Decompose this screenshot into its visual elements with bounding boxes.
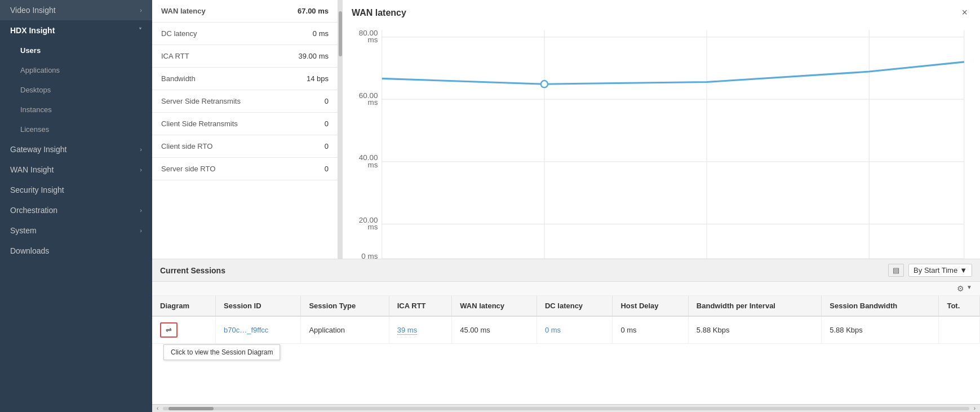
- chevron-right-icon: ›: [140, 166, 142, 173]
- sidebar-item-hdx-insight[interactable]: HDX Insight ˅: [0, 20, 152, 41]
- metrics-row: WAN latency67.00 ms: [152, 0, 338, 23]
- chevron-right-icon: ›: [140, 146, 142, 153]
- chevron-down-icon: ˅: [139, 27, 142, 34]
- dc-latency-cell: 0 ms: [536, 316, 612, 344]
- sidebar-item-users[interactable]: Users: [0, 41, 152, 60]
- total-cell: [939, 316, 980, 344]
- session-diagram-tooltip: Click to view the Session Diagram: [163, 344, 280, 360]
- sidebar-item-label: Orchestration: [10, 206, 57, 215]
- sessions-sub-controls: ⚙ ▼: [152, 282, 980, 296]
- session-diagram-button[interactable]: ⇌: [160, 322, 178, 338]
- chevron-right-icon: ›: [140, 7, 142, 14]
- sidebar-item-gateway-insight[interactable]: Gateway Insight ›: [0, 139, 152, 160]
- metrics-scrollbar[interactable]: [338, 0, 343, 259]
- horizontal-scrollbar[interactable]: ‹ ›: [152, 404, 980, 412]
- sidebar-item-label: Users: [20, 46, 41, 55]
- sessions-column-header[interactable]: Tot.: [939, 296, 980, 316]
- sessions-column-header[interactable]: Session Type: [301, 296, 389, 316]
- wan-latency-chart: 80.00 ms 60.00 ms 40.00 ms 20.00 ms 0 ms: [352, 23, 971, 259]
- sidebar-item-label: Gateway Insight: [10, 145, 66, 154]
- sessions-column-header[interactable]: Session Bandwidth: [822, 296, 939, 316]
- scroll-left-button[interactable]: ‹: [154, 405, 161, 411]
- metrics-table: WAN latency67.00 msDC latency0 msICA RTT…: [152, 0, 338, 180]
- metrics-row: Client Side Retransmits0: [152, 113, 338, 135]
- sidebar-item-wan-insight[interactable]: WAN Insight ›: [0, 160, 152, 180]
- sessions-column-header[interactable]: Bandwidth per Interval: [688, 296, 821, 316]
- session-type-cell: Application: [301, 316, 389, 344]
- ica-rtt-link[interactable]: 39 ms: [397, 326, 417, 335]
- chart-area: 80.00 ms 60.00 ms 40.00 ms 20.00 ms 0 ms: [352, 23, 971, 259]
- sidebar-item-video-insight[interactable]: Video Insight ›: [0, 0, 152, 20]
- svg-text:ms: ms: [367, 98, 378, 107]
- chart-panel: WAN latency × 80.00 ms 60.00 ms 40.00 ms…: [343, 0, 980, 259]
- metrics-row: Server side RTO0: [152, 158, 338, 180]
- sessions-column-header[interactable]: Diagram: [152, 296, 216, 316]
- bottom-area: Current Sessions ▤ By Start Time ▼ ⚙ ▼ D…: [152, 259, 980, 412]
- sidebar-item-instances[interactable]: Instances: [0, 100, 152, 119]
- chevron-right-icon: ›: [140, 227, 142, 234]
- scroll-thumb: [339, 11, 342, 56]
- sessions-table: DiagramSession IDSession TypeICA RTTWAN …: [152, 296, 980, 344]
- sidebar-item-downloads[interactable]: Downloads: [0, 241, 152, 261]
- scroll-handle: [168, 407, 214, 410]
- scroll-track: [163, 407, 969, 410]
- svg-text:ms: ms: [367, 161, 378, 169]
- sessions-table-container[interactable]: DiagramSession IDSession TypeICA RTTWAN …: [152, 296, 980, 404]
- metrics-panel: WAN latency67.00 msDC latency0 msICA RTT…: [152, 0, 338, 259]
- scroll-right-button[interactable]: ›: [972, 405, 978, 411]
- sidebar-item-label: Downloads: [10, 246, 49, 255]
- sidebar-item-label: Security Insight: [10, 185, 64, 194]
- sessions-column-header[interactable]: WAN latency: [452, 296, 537, 316]
- sessions-column-header[interactable]: Host Delay: [613, 296, 688, 316]
- host-delay-cell: 0 ms: [613, 316, 688, 344]
- sidebar-item-security-insight[interactable]: Security Insight: [0, 180, 152, 200]
- sidebar-item-label: Desktops: [20, 86, 51, 94]
- sort-label: By Start Time: [914, 266, 957, 274]
- sessions-column-header[interactable]: ICA RTT: [389, 296, 452, 316]
- metrics-row: DC latency0 ms: [152, 23, 338, 45]
- sessions-column-header[interactable]: Session ID: [216, 296, 301, 316]
- sessions-header: Current Sessions ▤ By Start Time ▼: [152, 259, 980, 282]
- metrics-row: Server Side Retransmits0: [152, 90, 338, 113]
- svg-point-19: [541, 81, 548, 87]
- bandwidth-per-interval-cell: 5.88 Kbps: [688, 316, 821, 344]
- sidebar-item-desktops[interactable]: Desktops: [0, 80, 152, 100]
- grid-view-button[interactable]: ▤: [888, 264, 904, 277]
- chevron-right-icon: ›: [140, 207, 142, 214]
- gear-dropdown-arrow: ▼: [966, 284, 972, 293]
- table-row: ⇌Click to view the Session Diagramb70c…_…: [152, 316, 980, 344]
- chart-title: WAN latency: [352, 8, 406, 18]
- sidebar-item-label: Licenses: [20, 125, 49, 134]
- main-content: WAN latency67.00 msDC latency0 msICA RTT…: [152, 0, 980, 412]
- sidebar-item-label: System: [10, 226, 37, 235]
- top-area: WAN latency67.00 msDC latency0 msICA RTT…: [152, 0, 980, 259]
- svg-text:ms: ms: [367, 36, 378, 44]
- dc-latency-link[interactable]: 0 ms: [545, 326, 561, 334]
- wan-latency-cell: 45.00 ms: [452, 316, 537, 344]
- sort-dropdown-icon: ▼: [960, 266, 967, 274]
- session-bandwidth-cell: 5.88 Kbps: [822, 316, 939, 344]
- metrics-row: ICA RTT39.00 ms: [152, 45, 338, 68]
- sessions-controls: ▤ By Start Time ▼: [888, 264, 972, 277]
- sidebar-item-applications[interactable]: Applications: [0, 60, 152, 80]
- sidebar-item-label: WAN Insight: [10, 165, 54, 174]
- session-id-link[interactable]: b70c…_f9ffcc: [224, 326, 268, 334]
- sidebar-item-system[interactable]: System ›: [0, 220, 152, 241]
- sidebar-item-licenses[interactable]: Licenses: [0, 119, 152, 139]
- metrics-row: Bandwidth14 bps: [152, 68, 338, 90]
- chart-header: WAN latency ×: [352, 6, 971, 20]
- sessions-column-header[interactable]: DC latency: [536, 296, 612, 316]
- sidebar-item-label: Applications: [20, 66, 60, 74]
- sidebar-item-label: Instances: [20, 105, 52, 114]
- sort-dropdown[interactable]: By Start Time ▼: [908, 264, 972, 277]
- metrics-row: Client side RTO0: [152, 135, 338, 158]
- close-chart-button[interactable]: ×: [958, 6, 971, 20]
- ica-rtt-cell: 39 ms: [389, 316, 452, 344]
- sessions-title: Current Sessions: [160, 266, 225, 275]
- diagram-cell[interactable]: ⇌Click to view the Session Diagram: [152, 316, 216, 344]
- sidebar-item-label: HDX Insight: [10, 26, 55, 35]
- sidebar-item-orchestration[interactable]: Orchestration ›: [0, 200, 152, 220]
- svg-text:ms: ms: [367, 223, 378, 231]
- sidebar: Video Insight › HDX Insight ˅ Users Appl…: [0, 0, 152, 412]
- settings-gear-button[interactable]: ⚙: [957, 284, 964, 293]
